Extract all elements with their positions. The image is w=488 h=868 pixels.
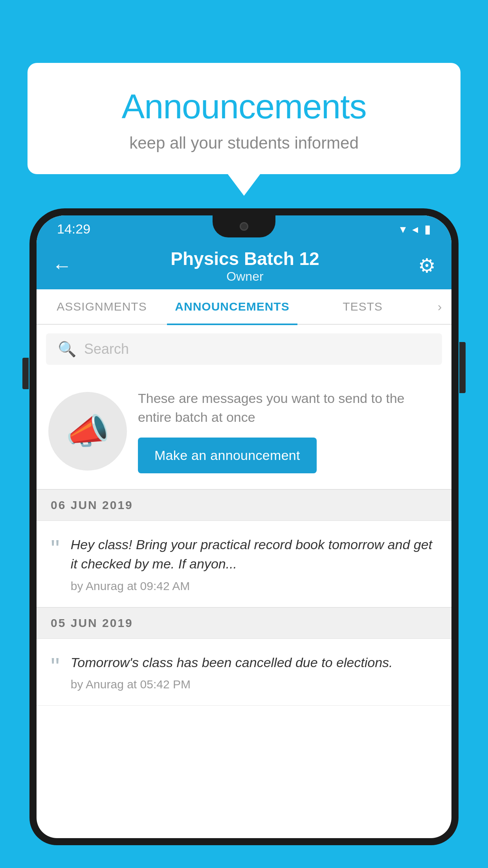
announcement-text-1: Hey class! Bring your practical record b… <box>71 535 440 574</box>
announcement-content-2: Tomorrow's class has been cancelled due … <box>71 653 440 691</box>
quote-icon-1: " <box>51 537 60 562</box>
announcement-text-2: Tomorrow's class has been cancelled due … <box>71 653 440 672</box>
tabs-bar: ASSIGNMENTS ANNOUNCEMENTS TESTS › <box>37 289 451 325</box>
tab-assignments[interactable]: ASSIGNMENTS <box>37 289 167 324</box>
megaphone-icon: 📣 <box>66 411 110 452</box>
battery-icon: ▮ <box>424 222 431 236</box>
status-bar: 14:29 ▾ ◂ ▮ <box>37 215 451 242</box>
app-bar-subtitle: Owner <box>171 269 319 284</box>
promo-content: These are messages you want to send to t… <box>138 389 440 473</box>
announcement-item-1[interactable]: " Hey class! Bring your practical record… <box>37 521 451 607</box>
tab-tests[interactable]: TESTS <box>297 289 428 324</box>
back-button[interactable]: ← <box>52 254 72 277</box>
announcement-icon-circle: 📣 <box>48 392 127 471</box>
announcement-item-2[interactable]: " Tomorrow's class has been cancelled du… <box>37 639 451 706</box>
notch <box>213 215 275 237</box>
tab-announcements[interactable]: ANNOUNCEMENTS <box>167 289 297 324</box>
phone-outer: 14:29 ▾ ◂ ▮ ← Physics Batch 12 Owner ⚙ <box>29 208 459 845</box>
date-section-1: 06 JUN 2019 <box>37 489 451 521</box>
tab-more[interactable]: › <box>428 300 451 314</box>
bubble-subtitle: keep all your students informed <box>47 134 441 153</box>
search-container: 🔍 Search <box>37 325 451 373</box>
announcement-meta-1: by Anurag at 09:42 AM <box>71 579 440 593</box>
search-input-placeholder[interactable]: Search <box>84 341 129 357</box>
status-icons: ▾ ◂ ▮ <box>400 222 431 236</box>
status-time: 14:29 <box>57 221 90 237</box>
settings-icon[interactable]: ⚙ <box>418 254 436 277</box>
search-icon: 🔍 <box>58 340 76 358</box>
make-announcement-button[interactable]: Make an announcement <box>138 438 317 473</box>
app-bar: ← Physics Batch 12 Owner ⚙ <box>37 242 451 289</box>
quote-icon-2: " <box>51 655 60 680</box>
promo-section: 📣 These are messages you want to send to… <box>37 373 451 489</box>
wifi-icon: ▾ <box>400 222 406 236</box>
search-box[interactable]: 🔍 Search <box>46 333 442 365</box>
promo-description: These are messages you want to send to t… <box>138 389 440 427</box>
announcement-content-1: Hey class! Bring your practical record b… <box>71 535 440 593</box>
bubble-title: Announcements <box>47 86 441 127</box>
phone-screen: 14:29 ▾ ◂ ▮ ← Physics Batch 12 Owner ⚙ <box>37 215 451 838</box>
app-bar-center: Physics Batch 12 Owner <box>171 248 319 284</box>
notch-camera <box>240 222 248 231</box>
date-section-2: 05 JUN 2019 <box>37 607 451 639</box>
date-label-1: 06 JUN 2019 <box>51 498 133 511</box>
speech-bubble-container: Announcements keep all your students inf… <box>28 63 460 174</box>
signal-icon: ◂ <box>412 222 418 236</box>
announcement-meta-2: by Anurag at 05:42 PM <box>71 678 440 691</box>
app-bar-title: Physics Batch 12 <box>171 248 319 269</box>
date-label-2: 05 JUN 2019 <box>51 616 133 629</box>
speech-bubble: Announcements keep all your students inf… <box>28 63 460 174</box>
phone-wrapper: 14:29 ▾ ◂ ▮ ← Physics Batch 12 Owner ⚙ <box>29 208 459 868</box>
